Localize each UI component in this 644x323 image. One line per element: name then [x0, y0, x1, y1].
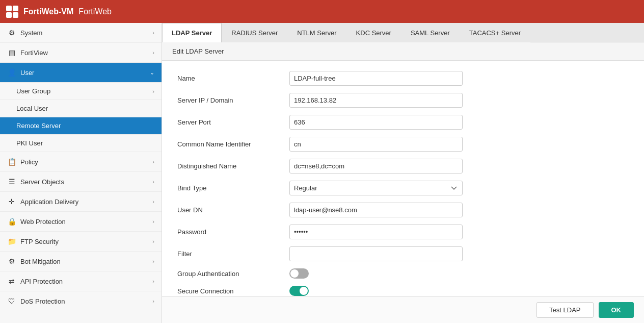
password-input[interactable]	[289, 225, 463, 239]
secure-conn-toggle-wrap	[289, 286, 309, 296]
sidebar-item-local-user[interactable]: Local User	[0, 100, 162, 117]
sidebar-label-local-user: Local User	[16, 105, 48, 112]
sidebar-label-remote-server: Remote Server	[16, 122, 61, 130]
group-auth-toggle[interactable]	[289, 268, 309, 279]
sidebar-item-dos-protection[interactable]: 🛡 DoS Protection ›	[0, 291, 162, 311]
tab-tacacs-server[interactable]: TACACS+ Server	[460, 23, 530, 42]
sidebar-item-user-group[interactable]: User Group ›	[0, 83, 162, 100]
user-icon: 👤	[7, 68, 16, 77]
sidebar-label-bot-mitigation: Bot Mitigation	[20, 258, 61, 265]
system-icon: ⚙	[7, 28, 16, 37]
dn-input[interactable]	[289, 159, 463, 173]
secure-conn-row: Secure Connection	[177, 286, 629, 296]
tab-radius-server[interactable]: RADIUS Server	[222, 23, 287, 42]
sidebar-label-user: User	[20, 69, 34, 77]
user-dn-label: User DN	[177, 206, 289, 214]
api-protection-icon: ⇄	[7, 277, 16, 286]
bot-mitigation-icon: ⚙	[7, 257, 16, 266]
server-port-label: Server Port	[177, 118, 289, 126]
password-row: Password	[177, 225, 629, 239]
name-label: Name	[177, 74, 289, 82]
sidebar-item-system[interactable]: ⚙ System ›	[0, 23, 162, 43]
user-dn-row: User DN	[177, 203, 629, 217]
secure-conn-label: Secure Connection	[177, 287, 289, 295]
sidebar-label-application-delivery: Application Delivery	[20, 198, 78, 206]
secure-conn-toggle[interactable]	[289, 286, 309, 296]
group-auth-toggle-wrap	[289, 268, 309, 279]
sidebar-item-pki-user[interactable]: PKI User	[0, 135, 162, 152]
server-port-row: Server Port	[177, 115, 629, 130]
sidebar-item-ftp-security[interactable]: 📁 FTP Security ›	[0, 232, 162, 252]
topbar: FortiWeb-VM FortiWeb	[0, 0, 644, 23]
sidebar-label-dos-protection: DoS Protection	[20, 297, 65, 305]
sidebar-label-user-group: User Group	[16, 87, 50, 95]
name-input[interactable]	[289, 71, 463, 86]
password-label: Password	[177, 228, 289, 236]
chevron-icon: ›	[152, 218, 154, 225]
tab-bar: LDAP Server RADIUS Server NTLM Server KD…	[162, 23, 644, 42]
sidebar-item-application-delivery[interactable]: ✛ Application Delivery ›	[0, 192, 162, 212]
policy-icon: 📋	[7, 157, 16, 166]
sidebar-label-policy: Policy	[20, 158, 38, 166]
chevron-down-icon: ⌄	[150, 69, 154, 76]
form-area: Edit LDAP Server Name Server IP / Domain…	[162, 42, 644, 296]
form-header: Edit LDAP Server	[162, 42, 644, 61]
test-ldap-button[interactable]: Test LDAP	[536, 302, 593, 318]
chevron-icon: ›	[152, 258, 154, 264]
chevron-icon: ›	[152, 30, 154, 36]
cn-label: Common Name Identifier	[177, 140, 289, 148]
form-footer: Test LDAP OK	[162, 296, 644, 323]
ftp-security-icon: 📁	[7, 237, 16, 246]
chevron-icon: ›	[152, 49, 154, 56]
sidebar-item-web-protection[interactable]: 🔒 Web Protection ›	[0, 212, 162, 232]
form-header-text: Edit LDAP Server	[172, 47, 224, 55]
filter-input[interactable]	[289, 246, 463, 261]
filter-row: Filter	[177, 246, 629, 261]
chevron-icon: ›	[152, 179, 154, 185]
dos-protection-icon: 🛡	[7, 296, 16, 306]
dn-row: Distinguished Name	[177, 159, 629, 173]
bind-type-select[interactable]: Regular Anonymous	[289, 181, 463, 195]
sidebar-item-bot-mitigation[interactable]: ⚙ Bot Mitigation ›	[0, 252, 162, 271]
sidebar-item-server-objects[interactable]: ☰ Server Objects ›	[0, 172, 162, 192]
sidebar-label-server-objects: Server Objects	[20, 178, 64, 186]
ok-button[interactable]: OK	[599, 302, 634, 318]
chevron-icon: ›	[152, 278, 154, 284]
chevron-icon: ›	[152, 159, 154, 165]
bind-type-label: Bind Type	[177, 184, 289, 192]
sidebar-label-ftp-security: FTP Security	[20, 238, 59, 245]
logo-icon	[6, 6, 18, 18]
bind-type-row: Bind Type Regular Anonymous	[177, 181, 629, 195]
sidebar-item-api-protection[interactable]: ⇄ API Protection ›	[0, 271, 162, 291]
sidebar-item-remote-server[interactable]: Remote Server	[0, 117, 162, 135]
tab-ntlm-server[interactable]: NTLM Server	[287, 23, 346, 42]
sidebar-item-fortiview[interactable]: ▤ FortiView ›	[0, 43, 162, 63]
chevron-icon: ›	[152, 88, 154, 94]
chevron-icon: ›	[152, 238, 154, 244]
sidebar-label-web-protection: Web Protection	[20, 218, 66, 226]
cn-row: Common Name Identifier	[177, 137, 629, 152]
web-protection-icon: 🔒	[7, 217, 16, 226]
content-area: LDAP Server RADIUS Server NTLM Server KD…	[162, 23, 644, 323]
sidebar-item-user[interactable]: 👤 User ⌄	[0, 63, 162, 83]
product-title: FortiWeb-VM	[23, 7, 73, 16]
app-delivery-icon: ✛	[7, 197, 16, 206]
dn-label: Distinguished Name	[177, 162, 289, 170]
form-body: Name Server IP / Domain Server Port Comm…	[162, 61, 644, 296]
cn-input[interactable]	[289, 137, 463, 152]
tab-ldap-server[interactable]: LDAP Server	[162, 23, 222, 42]
user-dn-input[interactable]	[289, 203, 463, 217]
server-port-input[interactable]	[289, 115, 463, 130]
filter-label: Filter	[177, 250, 289, 258]
sidebar-item-policy[interactable]: 📋 Policy ›	[0, 152, 162, 172]
server-ip-row: Server IP / Domain	[177, 93, 629, 108]
name-row: Name	[177, 71, 629, 86]
group-auth-label: Group Authentication	[177, 270, 289, 278]
chevron-icon: ›	[152, 298, 154, 304]
server-ip-input[interactable]	[289, 93, 463, 108]
main-layout: ⚙ System › ▤ FortiView › 👤 User ⌄ User G…	[0, 23, 644, 323]
fortiview-icon: ▤	[7, 48, 16, 57]
tab-saml-server[interactable]: SAML Server	[401, 23, 460, 42]
tab-kdc-server[interactable]: KDC Server	[346, 23, 401, 42]
sidebar-label-fortiview: FortiView	[20, 49, 48, 57]
